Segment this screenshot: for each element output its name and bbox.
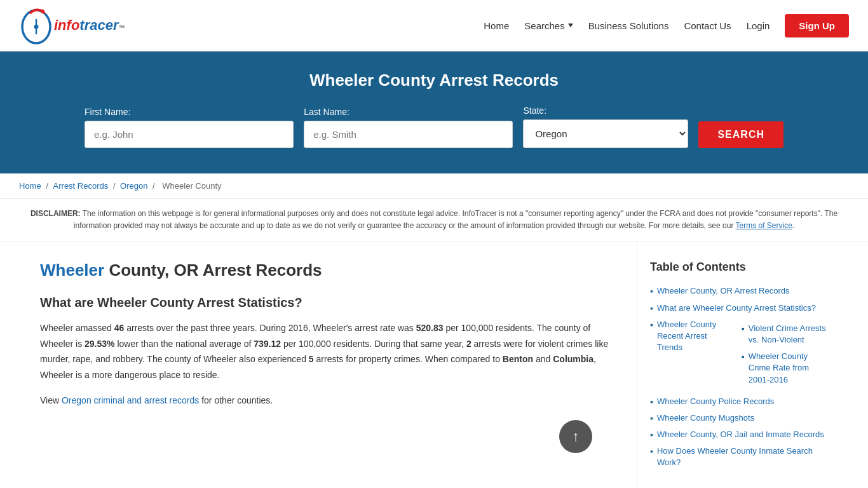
toc-sublink[interactable]: Wheeler County Crime Rate from 2001-2016 (749, 351, 828, 386)
breadcrumb-sep2: / (113, 181, 118, 191)
toc-item: Wheeler County, OR Arrest Records (650, 285, 828, 297)
toc-item: Wheeler County Recent Arrest TrendsViole… (650, 319, 828, 391)
para1-mid4: per 100,000 residents. During that same … (281, 339, 466, 349)
table-of-contents: Table of Contents Wheeler County, OR Arr… (637, 241, 841, 488)
para1-pct: 29.53% (85, 339, 114, 349)
disclaimer-text: The information on this webpage is for g… (74, 209, 837, 230)
toc-item: How Does Wheeler County Inmate Search Wo… (650, 445, 828, 468)
para1-rate: 520.83 (416, 323, 444, 333)
hero-title: Wheeler County Arrest Records (19, 71, 849, 90)
toc-list: Wheeler County, OR Arrest RecordsWhat ar… (650, 285, 828, 468)
article-heading-highlight: Wheeler (40, 261, 104, 280)
searches-chevron-icon (568, 24, 573, 27)
last-name-label: Last Name: (304, 107, 349, 117)
section1-para: Wheeler amassed 46 arrests over the past… (40, 320, 611, 383)
hero-section: Wheeler County Arrest Records First Name… (0, 51, 868, 173)
toc-link[interactable]: What are Wheeler County Arrest Statistic… (657, 302, 816, 314)
breadcrumb: Home / Arrest Records / Oregon / Wheeler… (0, 173, 868, 199)
toc-item: Wheeler County Police Records (650, 396, 828, 407)
para1-prefix: Wheeler amassed (40, 323, 114, 333)
last-name-input[interactable] (304, 121, 513, 148)
toc-item: Wheeler County Mugshots (650, 412, 828, 424)
main-content: Wheeler County, OR Arrest Records What a… (8, 241, 860, 488)
section1-para2: View Oregon criminal and arrest records … (40, 393, 611, 409)
para1-mid7: and (533, 354, 553, 364)
toc-link[interactable]: Wheeler County, OR Jail and Inmate Recor… (657, 429, 824, 440)
disclaimer-period: . (792, 221, 794, 230)
state-label: State: (523, 105, 546, 116)
para1-columbia: Columbia (553, 354, 593, 364)
para2-suffix: for other counties. (199, 395, 273, 405)
first-name-input[interactable] (85, 121, 294, 148)
search-form: First Name: Last Name: State: AlabamaAla… (85, 105, 783, 148)
logo-tm: ™ (118, 25, 125, 31)
para1-property: 5 (309, 354, 314, 364)
last-name-group: Last Name: (304, 107, 513, 148)
toc-sublink[interactable]: Violent Crime Arrests vs. Non-Violent (749, 323, 828, 346)
nav-login[interactable]: Login (747, 20, 770, 31)
logo-icon (19, 6, 54, 44)
toc-item: Wheeler County, OR Jail and Inmate Recor… (650, 429, 828, 440)
breadcrumb-sep3: / (153, 181, 157, 191)
first-name-group: First Name: (85, 107, 294, 148)
nav-signup[interactable]: Sign Up (785, 14, 849, 37)
para1-mid3: lower than the national average of (115, 339, 254, 349)
disclaimer-label: DISCLAIMER: (31, 209, 81, 218)
toc-link[interactable]: How Does Wheeler County Inmate Search Wo… (657, 445, 828, 468)
toc-heading: Table of Contents (650, 261, 828, 274)
toc-link[interactable]: Wheeler County, OR Arrest Records (657, 285, 790, 297)
breadcrumb-sep1: / (46, 181, 50, 191)
first-name-label: First Name: (85, 107, 130, 117)
nav-home[interactable]: Home (484, 20, 509, 31)
article-heading: Wheeler County, OR Arrest Records (40, 261, 611, 280)
breadcrumb-wheeler: Wheeler County (162, 181, 221, 191)
toc-link[interactable]: Wheeler County Mugshots (657, 412, 754, 424)
article-heading-rest: County, OR Arrest Records (104, 261, 322, 280)
toc-subitem: Wheeler County Crime Rate from 2001-2016 (742, 351, 828, 386)
toc-link[interactable]: Wheeler County Police Records (657, 396, 774, 407)
state-select[interactable]: AlabamaAlaskaArizonaArkansasCaliforniaCo… (523, 119, 688, 148)
para1-arrests: 46 (114, 323, 125, 333)
para1-benton: Benton (503, 354, 533, 364)
nav-contact[interactable]: Contact Us (684, 20, 731, 31)
para1-national: 739.12 (254, 339, 281, 349)
nav-business[interactable]: Business Solutions (588, 20, 669, 31)
main-nav: Home Searches Business Solutions Contact… (484, 14, 849, 37)
state-group: State: AlabamaAlaskaArizonaArkansasCalif… (523, 105, 688, 148)
oregon-records-link[interactable]: Oregon criminal and arrest records (62, 395, 199, 405)
logo: info tracer ™ (19, 6, 125, 44)
logo-info: info (54, 18, 79, 32)
article-section: Wheeler County, OR Arrest Records What a… (27, 241, 637, 488)
toc-sublist: Violent Crime Arrests vs. Non-ViolentWhe… (742, 323, 828, 391)
toc-subitem: Violent Crime Arrests vs. Non-Violent (742, 323, 828, 346)
para2-prefix: View (40, 395, 62, 405)
para1-mid1: arrests over the past three years. Durin… (124, 323, 416, 333)
site-header: info tracer ™ Home Searches Business Sol… (0, 0, 868, 51)
breadcrumb-arrest-records[interactable]: Arrest Records (53, 181, 109, 191)
logo-tracer: tracer (79, 18, 118, 32)
breadcrumb-home[interactable]: Home (19, 181, 41, 191)
nav-searches[interactable]: Searches (524, 20, 573, 31)
toc-item: What are Wheeler County Arrest Statistic… (650, 302, 828, 314)
breadcrumb-oregon[interactable]: Oregon (120, 181, 147, 191)
para1-mid6: arrests for property crimes. When compar… (314, 354, 503, 364)
section1-heading: What are Wheeler County Arrest Statistic… (40, 295, 611, 310)
disclaimer-tos-link[interactable]: Terms of Service (736, 221, 792, 230)
scroll-top-button[interactable]: ↑ (559, 420, 592, 453)
disclaimer-section: DISCLAIMER: The information on this webp… (0, 199, 868, 241)
toc-link[interactable]: Wheeler County Recent Arrest Trends (657, 319, 728, 354)
para1-violent: 2 (466, 339, 471, 349)
search-button[interactable]: SEARCH (698, 121, 783, 148)
